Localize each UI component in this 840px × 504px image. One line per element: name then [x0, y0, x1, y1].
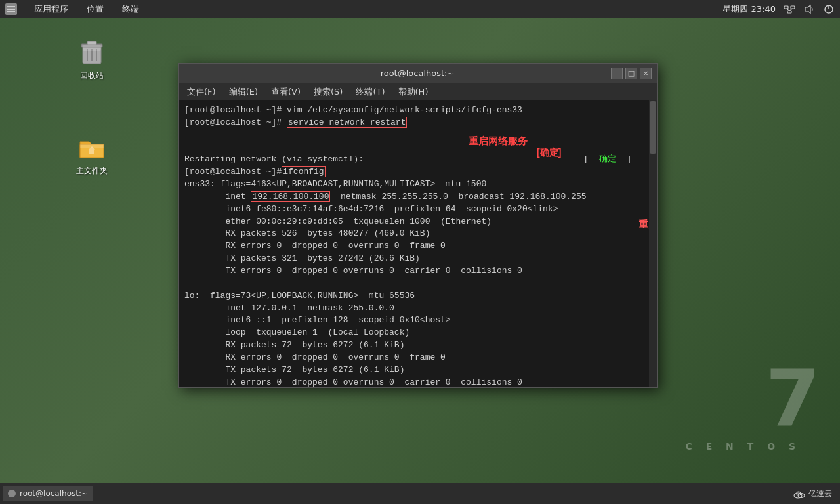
- datetime: 星期四 23:40: [723, 3, 776, 15]
- svg-rect-13: [87, 41, 96, 45]
- ip-address-highlight: 192.168.100.100: [251, 191, 330, 202]
- ifconfig-highlight: ifconfig: [282, 166, 325, 177]
- centos-number: 7: [766, 360, 821, 438]
- annotation-confirm-label: [确定]: [537, 147, 561, 159]
- terminal-window: root@localhost:~ — □ × 文件(F) 编辑(E) 查看(V)…: [178, 63, 658, 388]
- folder-label: 主文件夹: [76, 165, 108, 177]
- terminal-line-11: TX packets 321 bytes 27242 (26.6 KiB): [184, 253, 652, 265]
- terminal-line-14: lo: flags=73<UP,LOOPBACK,RUNNING> mtu 65…: [184, 290, 652, 303]
- trash-icon: [76, 36, 108, 68]
- power-icon[interactable]: [823, 3, 835, 15]
- terminal-content[interactable]: [root@localhost ~]# vim /etc/sysconfig/n…: [179, 100, 657, 387]
- svg-rect-21: [89, 150, 94, 154]
- service-network-restart-highlight: service network restart: [287, 117, 407, 128]
- maximize-button[interactable]: □: [625, 68, 637, 79]
- svg-rect-5: [788, 10, 791, 13]
- menu-search[interactable]: 搜索(S): [310, 85, 346, 99]
- terminal-line-1: [root@localhost ~]# vim /etc/sysconfig/n…: [184, 104, 652, 117]
- terminal-line-17: loop txqueuelen 1 (Local Loopback): [184, 327, 652, 339]
- terminal-line-18: RX packets 72 bytes 6272 (6.1 KiB): [184, 339, 652, 352]
- trash-label: 回收站: [80, 70, 104, 81]
- terminal-line-5: ens33: flags=4163<UP,BROADCAST,RUNNING,M…: [184, 178, 652, 191]
- centos-text: C E N T O S: [686, 441, 801, 452]
- scrollbar-thumb[interactable]: [650, 101, 656, 154]
- yisu-cloud-item[interactable]: 亿速云: [788, 486, 837, 502]
- yisu-cloud-label: 亿速云: [808, 488, 832, 499]
- terminal-line-3: Restarting network (via systemctl): [ 确定…: [184, 154, 652, 166]
- menu-edit[interactable]: 编辑(E): [225, 85, 262, 99]
- desktop-icon-trash[interactable]: 回收站: [66, 36, 118, 81]
- terminal-titlebar: root@localhost:~ — □ ×: [179, 64, 657, 83]
- taskbar-icon: [8, 490, 16, 497]
- svg-marker-8: [805, 5, 810, 13]
- close-button[interactable]: ×: [640, 68, 652, 79]
- menu-terminal[interactable]: 终端: [118, 2, 143, 16]
- terminal-line-4: [root@localhost ~]#ifconfig: [184, 166, 652, 178]
- terminal-line-6: inet 192.168.100.100 netmask 255.255.255…: [184, 191, 652, 203]
- svg-rect-0: [7, 6, 15, 7]
- top-panel-left: 应用程序 位置 终端: [5, 2, 143, 16]
- terminal-line-9: RX packets 526 bytes 480277 (469.0 KiB): [184, 228, 652, 240]
- terminal-line-8: ether 00:0c:29:c9:dd:05 txqueuelen 1000 …: [184, 216, 652, 228]
- network-icon: [784, 3, 795, 15]
- terminal-line-7: inet6 fe80::e3c7:14af:6e4d:7216 prefixle…: [184, 203, 652, 216]
- terminal-line-15: inet 127.0.0.1 netmask 255.0.0.0: [184, 303, 652, 315]
- terminal-scrollbar[interactable]: [649, 100, 657, 387]
- terminal-line-10: RX errors 0 dropped 0 overruns 0 frame 0: [184, 240, 652, 253]
- desktop: 应用程序 位置 终端 星期四 23:40: [0, 0, 840, 504]
- annotation-restart-label: 重启网络服务: [469, 135, 528, 148]
- terminal-line-13: [184, 278, 652, 290]
- top-panel: 应用程序 位置 终端 星期四 23:40: [0, 0, 840, 18]
- svg-rect-1: [7, 9, 15, 10]
- confirm-text: 确定: [540, 147, 558, 158]
- cloud-icon: [793, 488, 806, 499]
- menu-places[interactable]: 位置: [83, 2, 108, 16]
- ok-text: 确定: [599, 154, 616, 164]
- menu-terminal-m[interactable]: 终端(T): [352, 85, 388, 99]
- terminal-line-12: TX errors 0 dropped 0 overruns 0 carrier…: [184, 265, 652, 278]
- terminal-title: root@localhost:~: [224, 68, 611, 78]
- terminal-line-21: TX errors 0 dropped 0 overruns 0 carrier…: [184, 377, 652, 387]
- volume-icon: [803, 3, 815, 15]
- terminal-line-19: RX errors 0 dropped 0 overruns 0 frame 0: [184, 352, 652, 364]
- svg-rect-2: [7, 11, 15, 12]
- svg-rect-3: [784, 6, 788, 9]
- menu-file[interactable]: 文件(F): [183, 85, 220, 99]
- folder-icon: [76, 131, 108, 163]
- taskbar-right: 亿速云: [788, 486, 837, 502]
- desktop-icon-folder[interactable]: 主文件夹: [66, 131, 118, 177]
- taskbar-terminal-label: root@localhost:~: [20, 489, 88, 498]
- terminal-line-16: inet6 ::1 prefixlen 128 scopeid 0x10<hos…: [184, 314, 652, 327]
- menu-apps[interactable]: 应用程序: [30, 2, 72, 16]
- terminal-line-2: [root@localhost ~]# service network rest…: [184, 117, 652, 154]
- terminal-menubar: 文件(F) 编辑(E) 查看(V) 搜索(S) 终端(T) 帮助(H): [179, 83, 657, 100]
- minimize-button[interactable]: —: [611, 68, 623, 79]
- bottom-taskbar: root@localhost:~ 亿速云: [0, 483, 840, 504]
- svg-rect-4: [791, 6, 795, 9]
- menu-help[interactable]: 帮助(H): [394, 85, 432, 99]
- menu-view[interactable]: 查看(V): [267, 85, 304, 99]
- title-buttons: — □ ×: [611, 68, 652, 79]
- taskbar-terminal-item[interactable]: root@localhost:~: [3, 486, 93, 501]
- terminal-line-20: TX packets 72 bytes 6272 (6.1 KiB): [184, 364, 652, 377]
- svg-rect-17: [83, 45, 101, 51]
- top-panel-right: 星期四 23:40: [723, 3, 835, 15]
